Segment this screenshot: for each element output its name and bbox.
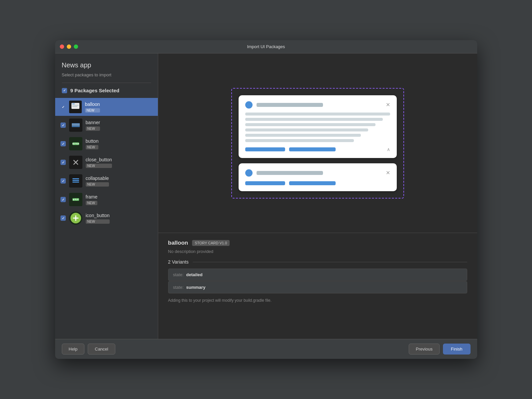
card-btn-2 <box>289 147 336 151</box>
select-all-row[interactable]: 9 Packages Selected <box>55 83 158 98</box>
pkg-badge-collapsable: NEW <box>86 182 109 187</box>
pkg-icon-icon-button <box>69 211 82 225</box>
pkg-badge-icon-button: NEW <box>86 219 110 224</box>
pkg-checkbox-button[interactable] <box>60 141 66 146</box>
package-item-banner[interactable]: banner NEW <box>55 116 158 134</box>
pkg-name-button: button <box>86 138 99 144</box>
pkg-info-frame: frame NEW <box>86 194 98 205</box>
select-all-label: 9 Packages Selected <box>70 88 120 93</box>
variant-row-detailed: state: detailed <box>168 269 467 281</box>
card-line-2 <box>245 118 383 121</box>
pkg-checkbox-banner[interactable] <box>60 122 66 128</box>
pkg-badge-frame: NEW <box>86 201 98 205</box>
card-header-left <box>245 101 323 109</box>
sidebar-subtitle: Select packages to import <box>62 72 151 77</box>
variant-value-summary: summary <box>186 285 205 290</box>
pkg-icon-banner <box>69 119 82 132</box>
details-header: balloon STORY CARD V1.0 <box>168 240 467 246</box>
package-item-balloon[interactable]: balloon NEW <box>55 98 158 116</box>
details-version-badge: STORY CARD V1.0 <box>192 240 230 246</box>
pkg-info-button: button NEW <box>86 138 99 149</box>
card-line-1 <box>245 113 390 116</box>
details-panel: balloon STORY CARD V1.0 No description p… <box>158 233 477 339</box>
card-detailed: ✕ <box>239 95 397 158</box>
finish-button[interactable]: Finish <box>443 344 471 355</box>
sidebar-header: News app Select packages to import <box>55 53 158 83</box>
pkg-info-close-button: close_button NEW <box>86 157 112 168</box>
pkg-badge-banner: NEW <box>86 126 100 131</box>
pkg-icon-collapsable <box>69 174 82 188</box>
svg-text:BUTTON: BUTTON <box>72 143 79 145</box>
card-footer-summary <box>245 181 390 185</box>
minimize-button[interactable] <box>67 44 71 49</box>
pkg-checkbox-close-button[interactable] <box>60 160 66 165</box>
package-item-icon-button[interactable]: icon_button NEW <box>55 209 158 227</box>
pkg-icon-balloon <box>69 101 82 113</box>
select-all-checkbox[interactable] <box>62 88 67 93</box>
pkg-checkbox-frame[interactable] <box>60 197 66 202</box>
card-summary-btn-2 <box>289 181 336 185</box>
main-window: Import UI Packages News app Select packa… <box>55 40 477 359</box>
card-lines <box>245 113 390 142</box>
window-title: Import UI Packages <box>247 44 285 49</box>
titlebar: Import UI Packages <box>55 40 477 53</box>
details-description: No description provided <box>168 249 467 254</box>
bottom-bar: Help Cancel Previous Finish <box>55 339 477 359</box>
help-button[interactable]: Help <box>62 344 85 355</box>
card-summary-title-bar <box>257 171 323 175</box>
sidebar: News app Select packages to import 9 Pac… <box>55 53 158 339</box>
card-summary-btns <box>245 181 336 185</box>
pkg-checkbox-icon-button[interactable] <box>60 215 66 221</box>
pkg-info-icon-button: icon_button NEW <box>86 213 110 224</box>
card-btns <box>245 147 336 151</box>
bottom-left: Help Cancel <box>62 344 115 355</box>
details-variants-title: 2 Variants <box>168 259 467 265</box>
card-summary: ✕ <box>239 163 397 191</box>
svg-rect-12 <box>72 180 79 181</box>
pkg-checkbox-balloon[interactable] <box>60 104 66 110</box>
pkg-info-banner: banner NEW <box>86 120 100 131</box>
svg-text:▶ PLAY: ▶ PLAY <box>73 199 78 200</box>
pkg-icon-button: BUTTON <box>69 137 82 150</box>
pkg-info-balloon: balloon NEW <box>85 102 100 113</box>
pkg-info-collapsable: collapsable NEW <box>86 176 109 187</box>
main-content: News app Select packages to import 9 Pac… <box>55 53 477 339</box>
variant-key-detailed: state: <box>173 272 184 277</box>
details-footer-note: Adding this to your project will modify … <box>168 298 467 303</box>
card-line-4 <box>245 128 369 131</box>
window-controls <box>60 44 78 49</box>
card-header-detailed: ✕ <box>245 101 390 109</box>
svg-rect-6 <box>72 125 80 126</box>
svg-rect-11 <box>72 178 79 179</box>
right-panel: ✕ <box>158 53 477 339</box>
package-item-collapsable[interactable]: collapsable NEW <box>55 172 158 190</box>
card-footer-detailed: ∧ <box>245 147 390 152</box>
bottom-right: Previous Finish <box>409 344 470 355</box>
details-pkg-name: balloon <box>168 240 188 246</box>
package-item-close-button[interactable]: close_button NEW <box>55 153 158 172</box>
close-button[interactable] <box>60 44 64 49</box>
pkg-name-icon-button: icon_button <box>86 213 110 218</box>
card-line-6 <box>245 139 354 142</box>
pkg-checkbox-collapsable[interactable] <box>60 178 66 184</box>
previous-button[interactable]: Previous <box>409 344 440 355</box>
svg-rect-5 <box>72 124 80 124</box>
card-line-5 <box>245 134 361 137</box>
card-line-3 <box>245 123 375 126</box>
variant-row-summary: state: summary <box>168 281 467 293</box>
maximize-button[interactable] <box>74 44 78 49</box>
pkg-name-collapsable: collapsable <box>86 176 109 181</box>
pkg-icon-frame: ▶ PLAY <box>69 193 82 206</box>
card-summary-close-icon[interactable]: ✕ <box>386 170 390 176</box>
app-name: News app <box>62 61 151 69</box>
package-item-frame[interactable]: ▶ PLAY frame NEW <box>55 190 158 209</box>
svg-rect-13 <box>72 182 79 183</box>
pkg-name-close-button: close_button <box>86 157 112 162</box>
pkg-name-banner: banner <box>86 120 100 125</box>
card-title-bar <box>257 103 323 107</box>
pkg-icon-close-button <box>69 156 82 169</box>
cancel-button[interactable]: Cancel <box>88 344 115 355</box>
card-header-summary: ✕ <box>245 169 390 177</box>
card-close-icon[interactable]: ✕ <box>386 102 390 108</box>
package-item-button[interactable]: BUTTON button NEW <box>55 134 158 153</box>
